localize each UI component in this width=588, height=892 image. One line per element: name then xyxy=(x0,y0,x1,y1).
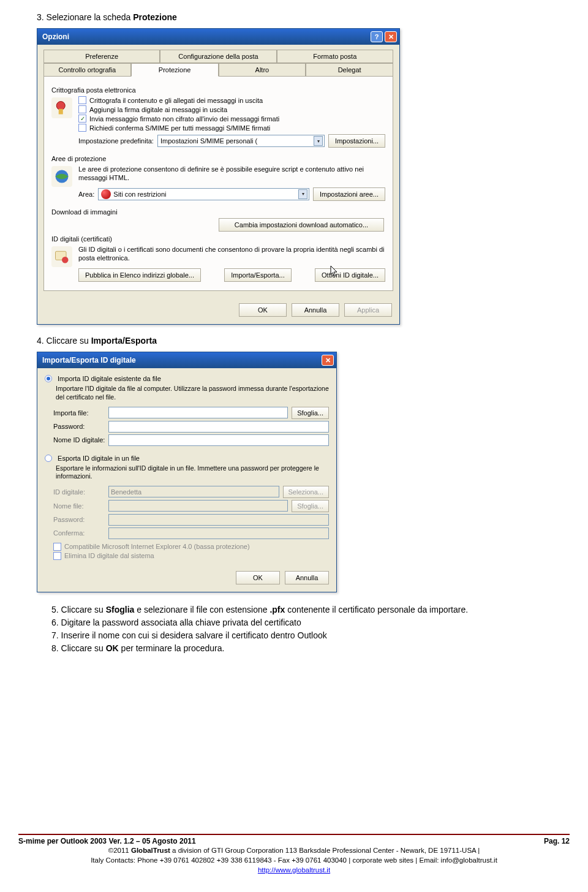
step-8: 8. Cliccare su OK per terminare la proce… xyxy=(51,642,551,655)
step-4: 4. Cliccare su Importa/Esporta xyxy=(37,336,551,346)
chk-sign[interactable] xyxy=(78,105,86,113)
lbl-password2: Password: xyxy=(53,516,108,523)
step-6: 6. Digitare la password associata alla c… xyxy=(51,616,551,629)
impostazioni-aree-button[interactable]: Impostazioni aree... xyxy=(313,187,385,201)
area-label: Area: xyxy=(78,191,94,198)
radio-import-row[interactable]: Importa ID digitale esistente da file xyxy=(45,374,329,382)
opzioni-dialog: Opzioni ? ✕ Preferenze Configurazione de… xyxy=(37,28,400,325)
lbl-nome-id: Nome ID digitale: xyxy=(53,436,108,444)
chk-ie4 xyxy=(53,543,61,551)
tab-config-posta[interactable]: Configurazione della posta xyxy=(160,50,276,63)
svg-rect-1 xyxy=(59,109,63,115)
tab-ortografia[interactable]: Controllo ortografia xyxy=(43,63,131,77)
cambia-download-button[interactable]: Cambia impostazioni download automatico.… xyxy=(219,218,384,232)
nomefile-input xyxy=(108,500,288,512)
page-footer: S-mime per Outlook 2003 Ver. 1.2 – 05 Ag… xyxy=(0,830,588,892)
importa-esporta-button[interactable]: Importa/Esporta... xyxy=(224,268,291,282)
pubblica-gal-button[interactable]: Pubblica in Elenco indirizzi globale... xyxy=(78,268,201,282)
chevron-down-icon: ▾ xyxy=(298,189,307,199)
step-3-text-b: Protezione xyxy=(133,12,177,22)
radio-import[interactable] xyxy=(45,375,52,382)
conferma-input xyxy=(108,527,329,539)
close-button[interactable]: ✕ xyxy=(322,355,334,366)
opzioni-titlebar[interactable]: Opzioni ? ✕ xyxy=(37,29,399,45)
tab-preferenze[interactable]: Preferenze xyxy=(43,50,160,63)
lbl-importa-file: Importa file: xyxy=(53,409,108,417)
imp-pred-label: Impostazione predefinita: xyxy=(78,137,154,145)
help-button[interactable]: ? xyxy=(371,31,383,42)
lbl-iddigitale: ID digitale: xyxy=(53,488,108,496)
cert-scroll-icon xyxy=(51,246,72,267)
area-select[interactable]: Siti con restrizioni ▾ xyxy=(98,188,309,200)
opzioni-body: Preferenze Configurazione della posta Fo… xyxy=(37,45,399,297)
footer-contacts: Italy Contacts: Phone +39 0761 402802 +3… xyxy=(91,856,497,864)
chk-send-clear[interactable] xyxy=(78,115,86,123)
seleziona-button: Seleziona... xyxy=(283,486,329,498)
imp-annulla-button[interactable]: Annulla xyxy=(285,571,329,584)
chk-crypt[interactable] xyxy=(78,96,86,104)
password-input[interactable] xyxy=(108,421,329,433)
svg-point-4 xyxy=(62,257,69,263)
sfoglia2-button: Sfoglia... xyxy=(292,500,329,512)
imp-pred-select[interactable]: Impostazioni S/MIME personali ( ▾ xyxy=(157,135,325,147)
ok-button[interactable]: OK xyxy=(239,303,287,317)
tab-formato-posta[interactable]: Formato posta xyxy=(277,50,393,63)
close-button[interactable]: ✕ xyxy=(385,31,397,42)
step-3: 3. Selezionare la scheda Protezione xyxy=(37,12,551,22)
step-3-text-a: Selezionare la scheda xyxy=(47,12,134,22)
lbl-conferma: Conferma: xyxy=(53,529,108,537)
footer-rule xyxy=(18,834,570,835)
radio-export-row[interactable]: Esporta ID digitale in un file xyxy=(45,454,329,462)
lbl-password: Password: xyxy=(53,423,108,430)
footer-right: Pag. 12 xyxy=(544,837,570,845)
chk-delete-label: Elimina ID digitale dal sistema xyxy=(64,552,154,559)
applica-button[interactable]: Applica xyxy=(344,303,392,317)
imp-pred-value: Impostazioni S/MIME personali ( xyxy=(160,137,257,145)
chk-delete xyxy=(53,552,61,560)
area-value: Siti con restrizioni xyxy=(113,191,166,198)
chk-crypt-label: Crittografa il contenuto e gli allegati … xyxy=(89,97,263,104)
step-4-text-a: Cliccare su xyxy=(47,336,91,346)
chk-receipt[interactable] xyxy=(78,124,86,132)
imp-title: Importa/Esporta ID digitale xyxy=(42,356,136,365)
sect2-label: Aree di protezione xyxy=(51,155,385,162)
cert-ribbon-icon xyxy=(51,97,72,118)
step-7: 7. Inserire il nome con cui si desidera … xyxy=(51,629,551,642)
opzioni-buttons: OK Annulla Applica xyxy=(37,297,399,324)
sect3-label: Download di immagini xyxy=(51,208,385,216)
sfoglia-button[interactable]: Sfoglia... xyxy=(292,407,329,419)
radio-export-desc: Esportare le informazioni sull'ID digita… xyxy=(56,464,329,481)
nome-id-input[interactable] xyxy=(108,434,329,446)
chk-receipt-label: Richiedi conferma S/MIME per tutti messa… xyxy=(89,124,270,132)
chk-sign-label: Aggiungi la firma digitale ai messaggi i… xyxy=(89,106,227,113)
imp-ok-button[interactable]: OK xyxy=(236,571,280,584)
sect4-label: ID digitali (certificati) xyxy=(51,235,385,243)
import-export-dialog: Importa/Esporta ID digitale ✕ Importa ID… xyxy=(37,352,337,592)
sect1-label: Crittografia posta elettronica xyxy=(51,86,385,94)
tab-pane-protezione: Crittografia posta elettronica Crittogra… xyxy=(43,77,393,291)
tab-delegat[interactable]: Delegat xyxy=(306,63,393,77)
step-4-text-b: Importa/Esporta xyxy=(91,336,157,346)
annulla-button[interactable]: Annulla xyxy=(292,303,339,317)
impostazioni-button[interactable]: Impostazioni... xyxy=(328,134,385,148)
lbl-nomefile: Nome file: xyxy=(53,502,108,510)
footer-link[interactable]: http://www.globaltrust.it xyxy=(258,866,330,874)
cursor-icon xyxy=(330,265,339,277)
opzioni-title: Opzioni xyxy=(42,32,69,41)
step-3-num: 3. xyxy=(37,12,47,22)
restricted-zone-icon xyxy=(101,189,111,199)
radio-import-label: Importa ID digitale esistente da file xyxy=(58,375,161,382)
tab-altro[interactable]: Altro xyxy=(219,63,306,77)
tabs: Preferenze Configurazione della posta Fo… xyxy=(43,50,393,77)
radio-export[interactable] xyxy=(45,455,52,462)
ottieni-id-button[interactable]: Ottieni ID digitale... xyxy=(315,268,385,282)
svg-point-0 xyxy=(56,102,65,110)
importa-file-input[interactable] xyxy=(108,407,288,418)
chk-ie4-label: Compatibile Microsoft Internet Explorer … xyxy=(64,543,250,550)
radio-import-desc: Importare l'ID digitale da file al compu… xyxy=(56,385,329,401)
imp-titlebar[interactable]: Importa/Esporta ID digitale ✕ xyxy=(37,352,336,368)
chevron-down-icon: ▾ xyxy=(314,136,323,146)
footer-left: S-mime per Outlook 2003 Ver. 1.2 – 05 Ag… xyxy=(18,837,196,845)
radio-export-label: Esporta ID digitale in un file xyxy=(58,455,140,462)
tab-protezione[interactable]: Protezione xyxy=(131,63,219,77)
